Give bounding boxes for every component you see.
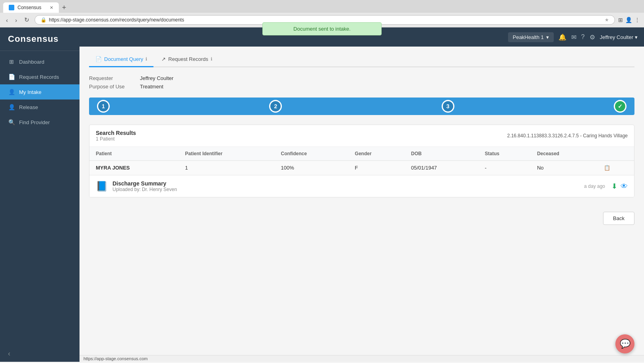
step-complete: ✓ (614, 100, 627, 113)
search-results-title-area: Search Results 1 Patient (96, 130, 136, 142)
extensions-button[interactable]: ⊞ (618, 17, 623, 23)
profile-button[interactable]: 👤 (625, 17, 632, 23)
sidebar-nav: ⊞ Dashboard 📄 Request Records 👤 My Intak… (0, 51, 80, 345)
sidebar-item-label-my-intake: My Intake (19, 89, 41, 95)
notifications-button[interactable]: 🔔 (559, 33, 566, 41)
main-content: PeakHealth 1 ▾ 🔔 ✉ ? ⚙ Jeffrey Coulter ▾… (80, 27, 644, 362)
document-query-tab-icon: 📄 (95, 56, 102, 62)
tab-favicon (9, 5, 14, 10)
table-header-row: Patient Patient Identifier Confidence Ge… (89, 147, 634, 161)
sidebar-item-release[interactable]: 👤 Release (0, 100, 80, 115)
document-time: a day ago (584, 183, 605, 189)
sidebar-item-label-request-records: Request Records (19, 74, 59, 80)
patient-gender: F (349, 161, 405, 175)
form-info: Requester Jeffrey Coulter Purpose of Use… (89, 75, 634, 90)
col-gender: Gender (349, 147, 405, 161)
tab-close-button[interactable]: ✕ (50, 5, 53, 10)
more-button[interactable]: ⋮ (634, 17, 640, 23)
patient-identifier: 1 (179, 161, 275, 175)
notification-text: Document sent to intake. (293, 27, 351, 32)
sidebar-item-dashboard[interactable]: ⊞ Dashboard (0, 54, 80, 69)
download-document-button[interactable]: ⬇ (611, 182, 617, 191)
col-confidence: Confidence (274, 147, 348, 161)
step-complete-label: ✓ (618, 103, 623, 109)
my-intake-icon: 👤 (8, 89, 15, 95)
patient-deceased: No (531, 161, 597, 175)
search-results-header: Search Results 1 Patient 2.16.840.1.1138… (89, 125, 634, 147)
find-provider-icon: 🔍 (8, 119, 15, 125)
help-button[interactable]: ? (581, 33, 585, 41)
step-2-label: 2 (274, 103, 277, 109)
step-3: 3 (442, 100, 454, 113)
notification-banner: Document sent to intake. (262, 27, 382, 35)
results-table: Patient Patient Identifier Confidence Ge… (89, 147, 634, 175)
reload-button[interactable]: ↻ (22, 16, 31, 24)
requester-value: Jeffrey Coulter (140, 75, 173, 81)
back-button[interactable]: Back (603, 212, 634, 225)
step-1: 1 (97, 100, 110, 113)
search-results-container: Search Results 1 Patient 2.16.840.1.1138… (89, 125, 634, 197)
document-actions: a day ago ⬇ 👁 (584, 182, 628, 191)
request-records-tab-icon: ↗ (161, 56, 166, 62)
document-query-info-icon[interactable]: ℹ (145, 57, 147, 62)
user-dropdown-icon: ▾ (635, 34, 638, 40)
settings-button[interactable]: ⚙ (590, 33, 595, 41)
col-identifier: Patient Identifier (179, 147, 275, 161)
col-patient: Patient (89, 147, 179, 161)
sidebar-item-find-provider[interactable]: 🔍 Find Provider (0, 115, 80, 130)
document-title: Discharge Summary (113, 180, 584, 187)
col-actions (597, 147, 634, 161)
patient-action[interactable]: 📋 (597, 161, 634, 175)
forward-nav-button[interactable]: › (13, 16, 19, 24)
request-records-icon: 📄 (8, 74, 15, 80)
requester-label: Requester (89, 75, 137, 81)
search-results-source: 2.16.840.1.113883.3.3126.2.4.7.5 - Carin… (507, 133, 628, 139)
view-document-button[interactable]: 👁 (621, 182, 628, 191)
step-3-label: 3 (446, 103, 450, 109)
progress-stepper: 1 2 3 ✓ (89, 98, 634, 115)
document-uploader: Uploaded by: Dr. Henry Seven (113, 187, 584, 192)
tab-document-query-label: Document Query (104, 56, 143, 62)
address-text: https://app-stage.consensus.com/records/… (49, 17, 602, 23)
browser-tab[interactable]: Consensus ✕ (3, 2, 59, 13)
sidebar-logo: Consensus (0, 27, 80, 51)
table-row: MYRA JONES 1 100% F 05/01/1947 - No 📋 (89, 161, 634, 175)
sidebar-collapse-button[interactable]: ‹ (0, 345, 80, 362)
col-status: Status (479, 147, 531, 161)
org-selector[interactable]: PeakHealth 1 ▾ (508, 32, 554, 42)
sidebar-item-my-intake[interactable]: 👤 My Intake (0, 84, 80, 100)
search-results-count: 1 Patient (96, 136, 136, 142)
request-records-info-icon[interactable]: ℹ (211, 57, 212, 62)
step-1-label: 1 (102, 103, 105, 109)
org-name: PeakHealth 1 (513, 34, 544, 40)
search-results-title: Search Results (96, 130, 136, 136)
patient-status: - (479, 161, 531, 175)
status-url: https://app-stage.consensus.com (83, 356, 147, 361)
user-menu[interactable]: Jeffrey Coulter ▾ (600, 34, 638, 40)
dashboard-icon: ⊞ (8, 59, 15, 65)
purpose-label: Purpose of Use (89, 84, 137, 90)
back-nav-button[interactable]: ‹ (4, 16, 10, 24)
status-bar: https://app-stage.consensus.com (80, 355, 644, 362)
page-content: 📄 Document Query ℹ ↗ Request Records ℹ R… (80, 47, 644, 355)
sidebar-item-request-records[interactable]: 📄 Request Records (0, 69, 80, 84)
col-deceased: Deceased (531, 147, 597, 161)
sidebar-item-label-release: Release (19, 104, 38, 110)
stepper-steps: 1 2 3 ✓ (97, 100, 627, 113)
new-tab-button[interactable]: + (59, 4, 70, 12)
tab-request-records[interactable]: ↗ Request Records ℹ (155, 53, 218, 67)
col-dob: DOB (405, 147, 479, 161)
purpose-value: Treatment (140, 84, 163, 90)
browser-actions: ⊞ 👤 ⋮ (618, 17, 640, 23)
patient-name: MYRA JONES (89, 161, 179, 175)
document-icon: 📘 (96, 181, 108, 192)
document-info: Discharge Summary Uploaded by: Dr. Henry… (113, 180, 584, 192)
tab-document-query[interactable]: 📄 Document Query ℹ (89, 53, 153, 67)
messages-button[interactable]: ✉ (571, 33, 576, 41)
page-tabs: 📄 Document Query ℹ ↗ Request Records ℹ (89, 53, 634, 67)
release-icon: 👤 (8, 104, 15, 110)
sidebar-item-label-find-provider: Find Provider (19, 119, 50, 125)
app-container: Consensus ⊞ Dashboard 📄 Request Records … (0, 27, 644, 362)
chat-bubble-button[interactable]: 💬 (615, 334, 634, 353)
org-dropdown-icon: ▾ (546, 34, 549, 40)
